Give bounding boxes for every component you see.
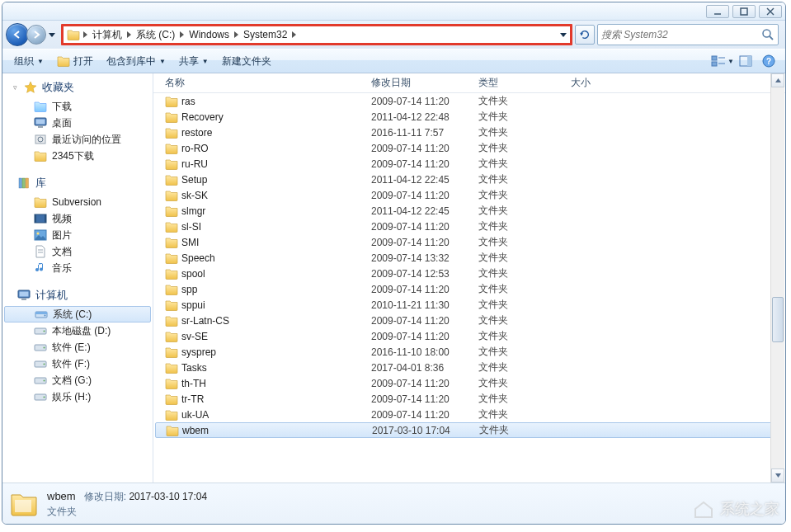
favorites-group[interactable]: ▿收藏夹	[2, 77, 153, 98]
table-row[interactable]: Speech2009-07-14 13:32文件夹	[153, 250, 785, 266]
table-row[interactable]: ru-RU2009-07-14 11:20文件夹	[153, 156, 785, 172]
chevron-right-icon[interactable]	[125, 31, 133, 38]
svg-rect-29	[35, 214, 46, 223]
minimize-button[interactable]	[706, 5, 729, 18]
table-row[interactable]: Setup2011-04-12 22:45文件夹	[153, 172, 785, 187]
svg-rect-24	[747, 56, 751, 66]
scrollbar[interactable]	[770, 73, 784, 483]
table-row[interactable]: sl-SI2009-07-14 11:20文件夹	[153, 219, 785, 234]
sidebar-item-recent[interactable]: 最近访问的位置	[2, 131, 153, 148]
table-row[interactable]: sk-SK2009-07-14 11:20文件夹	[153, 187, 785, 203]
sidebar-item-video[interactable]: 视频	[2, 210, 153, 227]
refresh-button[interactable]	[575, 25, 595, 45]
view-menu[interactable]: ▼	[711, 52, 734, 70]
search-icon[interactable]	[761, 28, 775, 41]
table-row[interactable]: spool2009-07-14 12:53文件夹	[153, 266, 785, 281]
table-row[interactable]: slmgr2011-04-12 22:45文件夹	[153, 203, 785, 219]
sidebar-item-music[interactable]: 音乐	[2, 260, 153, 276]
table-row[interactable]: sr-Latn-CS2009-07-14 11:20文件夹	[153, 313, 785, 328]
folder-icon	[165, 283, 178, 296]
forward-button[interactable]	[26, 25, 46, 45]
table-row[interactable]: th-TH2009-07-14 11:20文件夹	[153, 375, 785, 391]
folder-icon	[165, 361, 178, 374]
scroll-thumb[interactable]	[772, 297, 784, 342]
scroll-down-button[interactable]	[771, 468, 784, 483]
col-date[interactable]: 修改日期	[366, 76, 473, 90]
sidebar-item-drive-d[interactable]: 本地磁盘 (D:)	[2, 322, 153, 339]
col-type[interactable]: 类型	[473, 76, 566, 90]
drive-icon	[34, 341, 47, 354]
nav-history-dropdown[interactable]	[46, 26, 58, 44]
crumb-computer[interactable]: 计算机	[89, 26, 125, 43]
sidebar-item-drive-h[interactable]: 娱乐 (H:)	[2, 388, 153, 405]
folder-icon	[165, 346, 178, 359]
toolbar: 组织▼ 打开 包含到库中▼ 共享▼ 新建文件夹 ▼ ?	[2, 49, 785, 73]
chevron-right-icon[interactable]	[178, 31, 186, 38]
folder-icon	[165, 267, 178, 280]
help-button[interactable]: ?	[757, 52, 780, 70]
svg-marker-18	[581, 33, 583, 35]
col-name[interactable]: 名称	[160, 76, 366, 90]
video-icon	[34, 212, 47, 225]
crumb-windows[interactable]: Windows	[186, 26, 233, 43]
table-row[interactable]: spp2009-07-14 11:20文件夹	[153, 281, 785, 297]
svg-rect-15	[741, 8, 747, 15]
folder-icon	[34, 149, 47, 162]
folder-icon	[165, 189, 178, 202]
folder-icon	[165, 220, 178, 233]
table-row[interactable]: ras2009-07-14 11:20文件夹	[153, 93, 785, 109]
computer-group[interactable]: 计算机	[2, 285, 153, 306]
table-row[interactable]: ro-RO2009-07-14 11:20文件夹	[153, 140, 785, 156]
preview-pane-button[interactable]	[734, 52, 757, 70]
sidebar-item-drive-c[interactable]: 系统 (C:)	[4, 306, 151, 322]
close-button[interactable]	[759, 5, 782, 18]
new-folder-button[interactable]: 新建文件夹	[215, 49, 278, 73]
folder-icon	[165, 126, 178, 139]
table-row[interactable]: sysprep2016-11-10 18:00文件夹	[153, 344, 785, 360]
back-button[interactable]	[6, 23, 29, 46]
share-menu[interactable]: 共享▼	[172, 49, 215, 73]
sidebar-item-desktop[interactable]: 桌面	[2, 115, 153, 131]
search-input[interactable]	[601, 29, 761, 40]
folder-icon	[34, 100, 47, 113]
chevron-right-icon[interactable]	[233, 31, 240, 38]
sidebar-item-drive-f[interactable]: 软件 (F:)	[2, 355, 153, 372]
table-row[interactable]: restore2016-11-11 7:57文件夹	[153, 125, 785, 140]
chevron-right-icon[interactable]	[82, 31, 89, 38]
sidebar-item-pictures[interactable]: 图片	[2, 227, 153, 243]
table-row[interactable]: sv-SE2009-07-14 11:20文件夹	[153, 328, 785, 344]
table-row[interactable]: uk-UA2009-07-14 11:20文件夹	[153, 407, 785, 422]
include-menu[interactable]: 包含到库中▼	[100, 49, 172, 73]
sidebar-item-drive-e[interactable]: 软件 (E:)	[2, 339, 153, 355]
scroll-up-button[interactable]	[771, 73, 784, 87]
sidebar-item-2345[interactable]: 2345下载	[2, 148, 153, 164]
table-row[interactable]: SMI2009-07-14 11:20文件夹	[153, 234, 785, 250]
address-dropdown[interactable]	[555, 26, 570, 43]
crumb-drive[interactable]: 系统 (C:)	[133, 26, 178, 43]
sidebar-item-documents[interactable]: 文档	[2, 243, 153, 260]
folder-icon	[165, 236, 178, 249]
sidebar-item-downloads[interactable]: 下载	[2, 98, 153, 115]
search-box[interactable]	[597, 24, 779, 45]
libraries-group[interactable]: 库	[2, 172, 153, 194]
table-row[interactable]: tr-TR2009-07-14 11:20文件夹	[153, 391, 785, 407]
chevron-right-icon[interactable]	[290, 31, 298, 38]
maximize-button[interactable]	[732, 5, 756, 18]
crumb-system32[interactable]: System32	[240, 26, 290, 43]
table-row[interactable]: sppui2010-11-21 11:30文件夹	[153, 297, 785, 313]
collapse-icon[interactable]: ▿	[11, 83, 19, 92]
folder-icon	[165, 158, 178, 171]
sidebar-item-drive-g[interactable]: 文档 (G:)	[2, 372, 153, 388]
sidebar-item-subversion[interactable]: Subversion	[2, 194, 153, 210]
table-row[interactable]: Recovery2011-04-12 22:48文件夹	[153, 109, 785, 125]
folder-icon	[165, 205, 178, 218]
folder-icon	[165, 330, 178, 343]
document-icon	[34, 245, 47, 258]
open-button[interactable]: 打开	[50, 49, 100, 73]
col-size[interactable]: 大小	[566, 76, 785, 90]
table-row[interactable]: wbem2017-03-10 17:04文件夹	[155, 422, 784, 438]
table-row[interactable]: Tasks2017-04-01 8:36文件夹	[153, 360, 785, 375]
address-bar[interactable]: 计算机 系统 (C:) Windows System32	[61, 24, 572, 45]
file-rows[interactable]: ras2009-07-14 11:20文件夹Recovery2011-04-12…	[153, 93, 785, 483]
organize-menu[interactable]: 组织▼	[7, 49, 50, 73]
